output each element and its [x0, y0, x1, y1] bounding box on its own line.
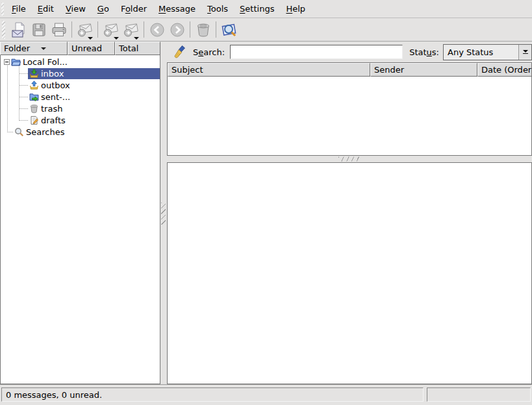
- check-mail-icon: [77, 21, 94, 38]
- menu-bar: File Edit View Go Folder Message Tools S…: [0, 0, 532, 18]
- find-messages-button[interactable]: [219, 19, 239, 40]
- total-column-header[interactable]: Total: [115, 42, 160, 55]
- broom-icon: [173, 44, 188, 60]
- sort-descending-icon: [41, 47, 46, 50]
- tree-line: [7, 132, 13, 132]
- reply-icon: [103, 21, 120, 38]
- search-folder-icon: [14, 127, 24, 137]
- collapse-expander-icon[interactable]: [4, 59, 10, 65]
- previous-message-button[interactable]: [147, 19, 167, 40]
- folder-column-header[interactable]: Folder: [0, 42, 68, 55]
- reply-button[interactable]: [101, 19, 121, 40]
- tree-line: [19, 108, 28, 109]
- status-bar: 0 messages, 0 unread.: [0, 384, 532, 405]
- sent-folder-icon: [29, 92, 39, 102]
- menu-view[interactable]: View: [60, 1, 92, 16]
- splitter-grip-icon: [338, 157, 361, 162]
- inbox-icon: [29, 69, 39, 79]
- trash-icon: [195, 21, 212, 38]
- status-filter-value: Any Status: [444, 47, 518, 57]
- status-message: 0 messages, 0 unread.: [6, 390, 102, 400]
- tree-line: [19, 85, 28, 86]
- folder-tree: Local Fol... inbox: [0, 55, 160, 384]
- tree-line: [19, 120, 28, 121]
- new-message-button[interactable]: [8, 19, 29, 40]
- sender-column-header[interactable]: Sender: [370, 63, 477, 77]
- folder-pane: Folder Unread Total Local Fol...: [0, 42, 160, 384]
- folder-label: Local Fol...: [23, 57, 68, 67]
- message-list-header: Subject Sender Date (Order o: [168, 63, 531, 77]
- open-folder-icon: [11, 57, 21, 67]
- next-message-icon: [169, 21, 186, 38]
- forward-button[interactable]: [121, 19, 141, 40]
- quick-search-bar: Search: Status: Any Status: [167, 42, 532, 62]
- main-toolbar: [0, 18, 532, 42]
- search-input[interactable]: [230, 45, 403, 59]
- folder-label: Searches: [26, 127, 64, 137]
- forward-icon: [123, 21, 140, 38]
- folder-row-outbox[interactable]: outbox: [1, 79, 160, 91]
- tree-line: [19, 73, 28, 74]
- folder-pane-header: Folder Unread Total: [0, 42, 160, 55]
- vertical-splitter[interactable]: [160, 42, 167, 384]
- message-list: Subject Sender Date (Order o: [167, 62, 532, 156]
- outbox-icon: [29, 80, 39, 90]
- status-filter-dropdown[interactable]: Any Status: [443, 44, 532, 60]
- subject-column-header[interactable]: Subject: [168, 63, 370, 77]
- reply-dropdown-caret[interactable]: [114, 37, 119, 40]
- menubar-grip-handle[interactable]: [1, 3, 4, 16]
- date-column-header[interactable]: Date (Order o: [477, 63, 531, 77]
- toolbar-separator: [190, 21, 190, 38]
- menu-tools[interactable]: Tools: [201, 1, 234, 16]
- menu-message[interactable]: Message: [153, 1, 201, 16]
- forward-dropdown-caret[interactable]: [134, 37, 139, 40]
- dropdown-arrow-button[interactable]: [518, 45, 531, 60]
- drafts-icon: [29, 116, 39, 125]
- status-progress-section: [427, 387, 531, 402]
- menu-go[interactable]: Go: [92, 1, 115, 16]
- menu-settings[interactable]: Settings: [234, 1, 280, 16]
- new-message-icon: [10, 21, 27, 38]
- splitter-grip-icon: [161, 202, 166, 225]
- folder-label: trash: [41, 104, 62, 114]
- folder-row-sent-mail[interactable]: sent-...: [1, 91, 160, 103]
- save-button[interactable]: [29, 19, 49, 40]
- trash-folder-icon: [29, 104, 39, 114]
- chevron-down-icon: [523, 50, 528, 53]
- move-to-trash-button[interactable]: [193, 19, 213, 40]
- print-icon: [51, 21, 68, 38]
- folder-label: drafts: [41, 116, 66, 125]
- next-message-button[interactable]: [167, 19, 187, 40]
- folder-row-inbox[interactable]: inbox: [1, 68, 160, 79]
- toolbar-separator: [97, 21, 98, 38]
- check-mail-dropdown-caret[interactable]: [88, 37, 93, 40]
- folder-label: sent-...: [41, 92, 70, 102]
- status-message-section: 0 messages, 0 unread.: [1, 387, 424, 402]
- find-messages-icon: [221, 21, 238, 38]
- horizontal-splitter[interactable]: [167, 156, 532, 162]
- folder-row-drafts[interactable]: drafts: [1, 114, 160, 126]
- selected-folder-highlight: inbox: [28, 68, 160, 79]
- folder-label: outbox: [41, 80, 70, 90]
- save-icon: [31, 21, 47, 38]
- unread-column-header[interactable]: Unread: [68, 42, 115, 55]
- toolbar-grip-handle[interactable]: [2, 21, 5, 39]
- message-preview-pane[interactable]: [167, 162, 532, 384]
- toolbar-separator: [216, 21, 216, 38]
- mail-client-window: File Edit View Go Folder Message Tools S…: [0, 0, 532, 405]
- folder-row-local-folders[interactable]: Local Fol...: [1, 56, 160, 68]
- menu-edit[interactable]: Edit: [32, 1, 60, 16]
- message-area: Search: Status: Any Status Subject Sende…: [167, 42, 532, 384]
- check-mail-button[interactable]: [75, 19, 95, 40]
- tree-line: [19, 97, 28, 97]
- status-filter-label: Status:: [409, 47, 439, 57]
- clear-search-button[interactable]: [172, 43, 189, 60]
- menu-folder[interactable]: Folder: [115, 1, 153, 16]
- print-button[interactable]: [49, 19, 69, 40]
- folder-row-trash[interactable]: trash: [1, 103, 160, 114]
- menu-help[interactable]: Help: [280, 1, 311, 16]
- folder-row-searches[interactable]: Searches: [1, 126, 160, 138]
- message-list-body[interactable]: [168, 77, 531, 155]
- menu-file[interactable]: File: [6, 1, 32, 16]
- search-label: Search:: [193, 47, 225, 57]
